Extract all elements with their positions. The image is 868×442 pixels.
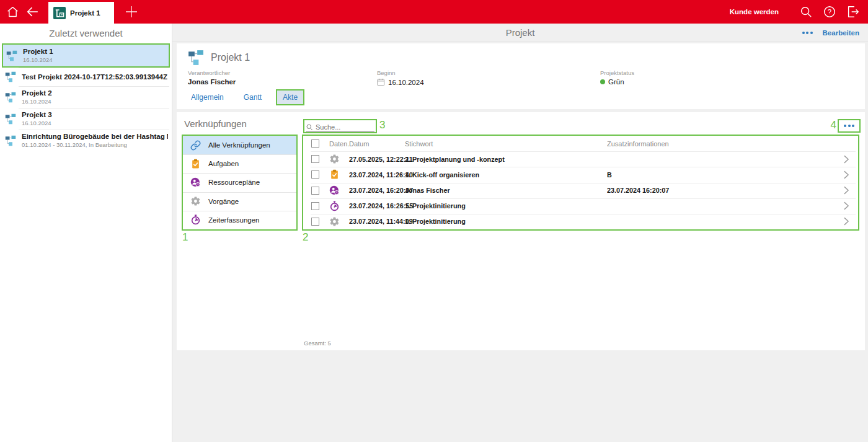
project-icon xyxy=(5,135,16,146)
page-title: Projekt xyxy=(172,27,868,38)
table-row[interactable]: 23.07.2024, 16:26:55 1. Projektinitierun… xyxy=(303,198,858,214)
main-area: Projekt Bearbeiten Projekt 1 Verantwortl… xyxy=(172,24,868,442)
tab-akte[interactable]: Akte xyxy=(276,89,304,105)
table-row[interactable]: 23.07.2024, 11:26:40 1. Kick-off organis… xyxy=(303,167,858,182)
status-green-dot xyxy=(600,79,605,84)
col-datum: Datum xyxy=(349,140,405,148)
tasks-icon xyxy=(329,169,340,180)
recent-project-item[interactable]: Test Projekt 2024-10-17T12:52:03.9913944… xyxy=(0,68,172,86)
chevron-right-icon[interactable] xyxy=(841,154,852,165)
chevron-right-icon[interactable] xyxy=(841,169,852,180)
tab-title: Projekt 1 xyxy=(70,9,100,17)
table-more-icon[interactable] xyxy=(844,125,854,127)
recent-sidebar: Zuletzt verwendet Projekt 1 16.10.2024 T… xyxy=(0,24,172,442)
links-panel-title: Verknüpfungen xyxy=(184,118,247,129)
col-stichwort: Stichwort xyxy=(405,140,607,148)
new-tab-plus-icon[interactable] xyxy=(124,4,139,19)
table-row[interactable]: 23.07.2024, 16:20:07 Jonas Fischer 23.07… xyxy=(303,183,858,198)
svg-text:?: ? xyxy=(828,8,831,15)
project-icon xyxy=(5,71,16,82)
back-arrow-icon[interactable] xyxy=(25,4,40,19)
col-datensatztyp: Daten... xyxy=(329,140,345,148)
tab-allgemein[interactable]: Allgemein xyxy=(185,91,229,104)
row-datum: 23.07.2024, 11:26:40 xyxy=(349,171,405,179)
col-zusatzinformationen: Zusatzinformationen xyxy=(607,140,841,148)
row-checkbox[interactable] xyxy=(311,187,319,195)
annotation-4: 4 xyxy=(831,119,836,131)
search-box xyxy=(303,119,377,133)
annotation-1: 1 xyxy=(182,231,188,244)
annotation-3: 3 xyxy=(379,119,385,131)
recent-project-title: Projekt 3 xyxy=(22,111,52,118)
page-header: Projekt Bearbeiten xyxy=(172,24,868,42)
search-icon xyxy=(306,123,313,131)
search-input[interactable] xyxy=(316,123,373,131)
row-stichwort: 2. Projektplanung und -konzept xyxy=(405,156,607,163)
recent-sidebar-title: Zuletzt verwendet xyxy=(0,24,172,38)
links-nav-item[interactable]: Alle Verknüpfungen xyxy=(183,136,296,154)
chevron-right-icon[interactable] xyxy=(841,185,852,196)
row-checkbox[interactable] xyxy=(311,218,319,226)
stopwatch-icon xyxy=(190,214,201,225)
links-nav-item-label: Vorgänge xyxy=(208,198,239,205)
project-icon xyxy=(5,113,16,125)
bearbeiten-button[interactable]: Bearbeiten xyxy=(823,29,859,37)
recent-list: Projekt 1 16.10.2024 Test Projekt 2024-1… xyxy=(0,43,172,151)
recent-project-subtitle: 16.10.2024 xyxy=(22,98,52,105)
tab-gantt[interactable]: Gantt xyxy=(238,91,267,104)
row-zusatz: B xyxy=(607,171,841,179)
row-zusatz: 23.07.2024 16:20:07 xyxy=(607,187,841,194)
row-datum: 23.07.2024, 16:20:07 xyxy=(349,187,405,194)
row-checkbox[interactable] xyxy=(311,170,319,179)
links-nav-item[interactable]: Aufgaben xyxy=(183,154,296,173)
home-icon[interactable] xyxy=(5,4,20,19)
gear-icon xyxy=(190,196,201,206)
project-icon xyxy=(188,50,204,66)
row-stichwort: 1. Projektinitierung xyxy=(405,218,607,225)
project-name: Projekt 1 xyxy=(211,52,250,63)
recent-project-item[interactable]: Projekt 3 16.10.2024 xyxy=(0,108,172,130)
links-nav-item[interactable]: Zeiterfassungen xyxy=(183,211,296,229)
header-more-icon[interactable] xyxy=(802,32,813,34)
table-more-box xyxy=(838,119,861,133)
gear-icon xyxy=(329,216,340,227)
chevron-right-icon[interactable] xyxy=(841,216,852,227)
recent-project-item[interactable]: Einrichtung Bürogebäude bei der Hashtag … xyxy=(0,130,172,151)
help-icon[interactable]: ? xyxy=(822,4,837,19)
table-header-row: Daten... Datum Stichwort Zusatzinformati… xyxy=(303,136,858,151)
table-row[interactable]: 27.05.2025, 12:22:11 2. Projektplanung u… xyxy=(303,151,858,167)
row-checkbox[interactable] xyxy=(311,202,319,210)
recent-project-title: Einrichtung Bürogebäude bei der Hashtag … xyxy=(22,133,168,140)
kunde-werden-link[interactable]: Kunde werden xyxy=(730,8,779,15)
recent-project-item[interactable]: Projekt 2 16.10.2024 xyxy=(0,86,172,108)
akte-card: Verknüpfungen Alle Verknüpfungen Aufgabe… xyxy=(177,112,865,350)
links-nav: Alle Verknüpfungen Aufgaben Ressourceplä… xyxy=(182,135,298,231)
total-count: Gesamt: 5 xyxy=(304,340,331,347)
calendar-icon xyxy=(377,78,385,86)
gear-icon xyxy=(329,154,340,164)
row-checkbox[interactable] xyxy=(311,155,319,163)
field-beginn: Beginn 16.10.2024 xyxy=(377,69,424,86)
recent-project-item[interactable]: Projekt 1 16.10.2024 xyxy=(2,43,170,68)
links-nav-item[interactable]: Vorgänge xyxy=(183,192,296,211)
stopwatch-icon xyxy=(329,201,340,211)
resources-icon xyxy=(190,177,201,188)
project-icon xyxy=(5,92,16,103)
tab-projekt-1[interactable]: Projekt 1 xyxy=(48,2,114,24)
recent-project-title: Projekt 1 xyxy=(23,48,53,55)
links-nav-item-label: Alle Verknüpfungen xyxy=(208,141,270,149)
recent-project-title: Test Projekt 2024-10-17T12:52:03.9913944… xyxy=(22,73,167,81)
search-icon[interactable] xyxy=(799,4,813,19)
row-datum: 23.07.2024, 16:26:55 xyxy=(349,202,405,210)
field-verantwortlicher: Verantwortlicher Jonas Fischer xyxy=(188,69,236,86)
row-datum: 23.07.2024, 11:44:09 xyxy=(349,218,405,225)
row-stichwort: 1. Projektinitierung xyxy=(405,202,607,210)
select-all-checkbox[interactable] xyxy=(311,139,319,148)
project-summary-card: Projekt 1 Verantwortlicher Jonas Fischer… xyxy=(177,43,865,109)
links-nav-item[interactable]: Ressourcepläne xyxy=(183,173,296,192)
table-row[interactable]: 23.07.2024, 11:44:09 1. Projektinitierun… xyxy=(303,214,858,229)
logout-icon[interactable] xyxy=(846,4,861,19)
link-icon xyxy=(190,140,201,151)
field-projektstatus: Projektstatus Grün xyxy=(600,69,634,86)
chevron-right-icon[interactable] xyxy=(841,200,852,211)
